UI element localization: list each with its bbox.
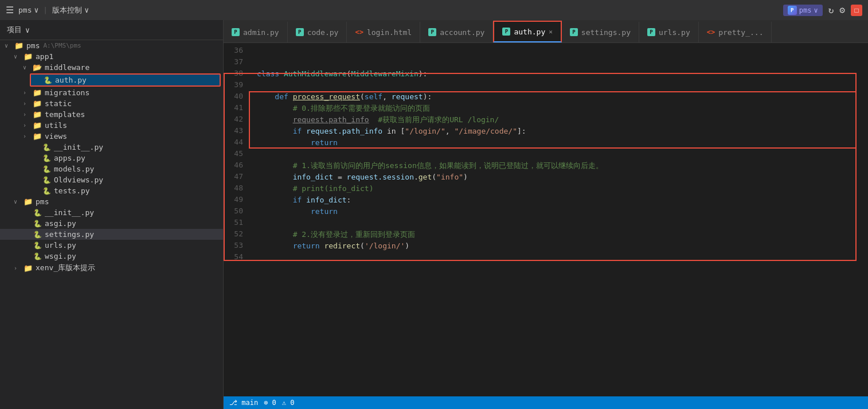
tab-label: code.py: [307, 28, 339, 37]
code-line-50: 50 return: [224, 206, 868, 217]
sidebar: 项目 ∨ ∨ 📁 pms A:\PMS\pms ∨ 📁 app1 ∨ 📂 mid…: [0, 20, 224, 409]
arrow-icon: ›: [23, 133, 32, 139]
arrow-icon: ›: [14, 265, 23, 271]
sidebar-item-wsgi-py[interactable]: 🐍 wsgi.py: [0, 251, 223, 262]
line-number: 36: [224, 45, 252, 57]
sidebar-item-auth-py[interactable]: 🐍 auth.py: [31, 75, 220, 85]
folder-icon: 📁: [32, 110, 42, 119]
py-file-icon: 🐍: [32, 241, 42, 250]
title-bar-left: ☰ pms ∨ | 版本控制 ∨: [6, 5, 89, 15]
html-tab-icon: <>: [707, 28, 715, 36]
tree-label: __init__.py: [54, 143, 103, 151]
code-line-49: 49 if info_dict:: [224, 194, 868, 206]
tab-label: auth.py: [514, 28, 545, 36]
tab-admin-py[interactable]: P admin.py: [224, 22, 288, 42]
folder-icon: 📁: [32, 121, 42, 130]
tab-account-py[interactable]: P account.py: [420, 22, 493, 42]
code-line-42: 42 request.path_info #获取当前用户请求的URL /logi…: [224, 114, 868, 126]
tab-bar: P admin.py P code.py <> login.html P acc…: [224, 20, 868, 43]
arrow-icon: ›: [23, 89, 32, 96]
py-tab-icon: P: [647, 28, 655, 36]
line-content: if request.path_info in ["/login/", "/im…: [252, 126, 526, 137]
arrow-icon: ∨: [23, 64, 32, 71]
refresh-icon[interactable]: ↻: [828, 5, 834, 15]
line-number: 47: [224, 172, 252, 183]
tab-settings-py[interactable]: P settings.py: [562, 22, 639, 42]
tree-label: middleware: [45, 63, 89, 72]
sidebar-item-init-app1[interactable]: 🐍 __init__.py: [0, 142, 223, 153]
code-line-41: 41 # 0.排除那些不需要登录就能访问的页面: [224, 103, 868, 114]
code-line-36: 36: [224, 45, 868, 57]
project-arrow-icon: ∨: [34, 6, 38, 14]
sidebar-item-utils[interactable]: › 📁 utils: [0, 120, 223, 131]
code-line-37: 37: [224, 57, 868, 68]
html-tab-icon: <>: [355, 28, 363, 36]
sidebar-item-urls-py[interactable]: 🐍 urls.py: [0, 240, 223, 251]
special-folder-icon: 📁: [32, 88, 42, 97]
tree-label: tests.py: [54, 186, 90, 195]
sidebar-item-models-py[interactable]: 🐍 models.py: [0, 163, 223, 174]
tab-urls-py[interactable]: P urls.py: [639, 22, 699, 42]
line-number: 54: [224, 252, 252, 263]
line-number: 37: [224, 57, 252, 68]
sidebar-item-xenv[interactable]: › 📁 xenv_库版本提示: [0, 262, 223, 274]
sidebar-header[interactable]: 项目 ∨: [0, 20, 223, 40]
code-line-53: 53 return redirect('/login/'): [224, 240, 868, 252]
py-file-icon: 🐍: [41, 187, 52, 195]
settings-icon[interactable]: ⚙: [839, 5, 845, 15]
line-content: [252, 80, 257, 91]
tab-login-html[interactable]: <> login.html: [347, 22, 420, 42]
title-vcs[interactable]: 版本控制 ∨: [52, 5, 89, 15]
py-file-icon: 🐍: [42, 76, 53, 84]
tree-label: static: [45, 99, 72, 108]
code-line-38: 38 class AuthMiddleware(MiddlewareMixin)…: [224, 68, 868, 80]
line-number: 48: [224, 183, 252, 194]
sidebar-item-migrations[interactable]: › 📁 migrations: [0, 87, 223, 98]
hamburger-icon[interactable]: ☰: [6, 5, 14, 15]
title-project[interactable]: pms ∨: [18, 6, 38, 14]
warning-count: ⚠ 0: [282, 399, 295, 407]
sidebar-item-app1[interactable]: ∨ 📁 app1: [0, 51, 223, 62]
arrow-icon: ›: [23, 100, 32, 107]
line-number: 46: [224, 160, 252, 172]
code-content[interactable]: 36 37 38 class AuthMiddleware(Middleware…: [224, 43, 868, 396]
editor-area: P admin.py P code.py <> login.html P acc…: [224, 20, 868, 409]
line-content: # 1.读取当前访问的用户的session信息，如果能读到，说明已登陆过，就可以…: [252, 160, 603, 172]
tree-label: pms: [26, 41, 40, 50]
pms-badge-arrow: ∨: [814, 6, 818, 14]
sidebar-item-views[interactable]: › 📁 views: [0, 131, 223, 142]
sidebar-item-apps-py[interactable]: 🐍 apps.py: [0, 153, 223, 163]
sidebar-item-pms-folder[interactable]: ∨ 📁 pms: [0, 196, 223, 207]
tree-label: models.py: [54, 165, 94, 173]
code-line-52: 52 # 2.没有登录过，重新回到登录页面: [224, 229, 868, 240]
tab-pretty[interactable]: <> pretty_...: [699, 22, 772, 42]
tree-label: settings.py: [45, 230, 94, 239]
sidebar-item-oldviews-py[interactable]: 🐍 Oldviews.py: [0, 174, 223, 185]
py-tab-icon: P: [570, 28, 578, 36]
title-divider: |: [43, 6, 48, 14]
main-layout: 项目 ∨ ∨ 📁 pms A:\PMS\pms ∨ 📁 app1 ∨ 📂 mid…: [0, 20, 868, 409]
line-number: 42: [224, 114, 252, 126]
code-line-39: 39: [224, 80, 868, 91]
line-content: [252, 45, 257, 57]
py-file-icon: 🐍: [41, 154, 52, 162]
special-folder-icon: 📁: [23, 197, 33, 206]
line-number: 45: [224, 149, 252, 160]
sidebar-item-templates[interactable]: › 📁 templates: [0, 109, 223, 120]
tab-label: settings.py: [581, 28, 631, 37]
tree-label: xenv_库版本提示: [36, 263, 95, 273]
sidebar-item-init-pms[interactable]: 🐍 __init__.py: [0, 207, 223, 218]
arrow-icon: ∨: [14, 198, 23, 205]
sidebar-item-middleware[interactable]: ∨ 📂 middleware: [0, 62, 223, 73]
tab-close-icon[interactable]: ✕: [549, 28, 553, 36]
sidebar-item-settings-py[interactable]: 🐍 settings.py: [0, 229, 223, 240]
sidebar-item-static[interactable]: › 📁 static: [0, 98, 223, 109]
sidebar-item-pms-root[interactable]: ∨ 📁 pms A:\PMS\pms: [0, 40, 223, 51]
sidebar-item-asgi-py[interactable]: 🐍 asgi.py: [0, 218, 223, 229]
tree-label: views: [45, 132, 67, 141]
tab-code-py[interactable]: P code.py: [288, 22, 347, 42]
pms-badge[interactable]: P pms ∨: [783, 5, 823, 16]
tab-auth-py[interactable]: P auth.py ✕: [493, 21, 561, 42]
sidebar-item-tests-py[interactable]: 🐍 tests.py: [0, 185, 223, 196]
close-button[interactable]: □: [851, 5, 862, 16]
